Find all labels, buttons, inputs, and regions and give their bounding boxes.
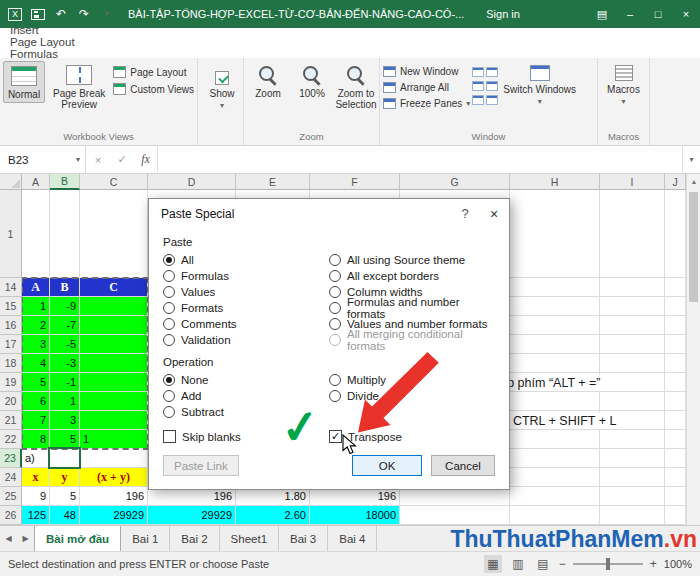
column-header-F[interactable]: F [310, 174, 400, 190]
grid-cell-I16[interactable] [600, 316, 665, 335]
grid-cell-I17[interactable] [600, 335, 665, 354]
grid-cell-H23[interactable] [510, 449, 600, 468]
column-header-A[interactable]: A [22, 174, 50, 190]
grid-cell-J26[interactable] [665, 506, 686, 525]
grid-cell-I22[interactable] [600, 430, 665, 449]
grid-cell-B21[interactable]: 3 [50, 411, 80, 430]
grid-cell-A14[interactable]: A [22, 278, 50, 297]
close-icon[interactable]: × [672, 0, 700, 28]
column-header-J[interactable]: J [665, 174, 686, 190]
grid-cell-H20[interactable] [510, 392, 600, 411]
status-normal-view-icon[interactable]: ▦ [484, 555, 502, 573]
zoom-to-selection-button[interactable]: Zoom to Selection [335, 61, 377, 112]
row-header-26[interactable]: 26 [0, 506, 22, 525]
sheet-tab-sheet1[interactable]: Sheet1 [220, 526, 279, 551]
dialog-help-icon[interactable]: ? [451, 206, 479, 221]
grid-cell-B15[interactable]: -9 [50, 297, 80, 316]
grid-cell-C19[interactable] [80, 373, 148, 392]
sheet-nav-left-icon[interactable]: ◀ [0, 526, 17, 551]
enter-entry-icon[interactable]: ✓ [110, 146, 134, 173]
switch-windows-button[interactable]: Switch Windows ▾ [500, 61, 579, 108]
column-header-D[interactable]: D [148, 174, 236, 190]
radio-formulas-and-number-formats[interactable]: Formulas and number formats [329, 301, 495, 314]
grid-cell-A19[interactable]: 5 [22, 373, 50, 392]
column-header-I[interactable]: I [600, 174, 665, 190]
grid-cell-F26[interactable]: 18000 [310, 506, 400, 525]
grid-cell-J22[interactable] [665, 430, 686, 449]
zoom-in-icon[interactable]: + [650, 557, 657, 571]
grid-cell-D26[interactable]: 29929 [148, 506, 236, 525]
grid-cell-B20[interactable]: 1 [50, 392, 80, 411]
grid-cell-I14[interactable] [600, 278, 665, 297]
restore-icon[interactable]: □ [644, 0, 672, 28]
column-header-E[interactable]: E [236, 174, 310, 190]
sign-in-button[interactable]: Sign in [486, 8, 520, 20]
grid-cell-J1[interactable] [665, 190, 686, 278]
zoom-out-icon[interactable]: − [559, 557, 566, 571]
grid-cell-I24[interactable] [600, 468, 665, 487]
grid-cell-C18[interactable] [80, 354, 148, 373]
grid-cell-A15[interactable]: 1 [22, 297, 50, 316]
dialog-close-icon[interactable]: × [479, 206, 509, 222]
grid-cell-J23[interactable] [665, 449, 686, 468]
formula-bar-expand-icon[interactable]: ▾ [682, 146, 700, 173]
row-header-14[interactable]: 14 [0, 278, 22, 297]
grid-cell-I26[interactable] [600, 506, 665, 525]
radio-formats[interactable]: Formats [163, 301, 329, 314]
page-layout-button[interactable]: Page Layout [113, 66, 194, 78]
row-header-24[interactable]: 24 [0, 468, 22, 487]
grid-cell-C17[interactable] [80, 335, 148, 354]
radio-validation[interactable]: Validation [163, 333, 329, 346]
grid-cell-A21[interactable]: 7 [22, 411, 50, 430]
zoom-100-button[interactable]: 100% [291, 61, 333, 101]
redo-icon[interactable]: ↷ [77, 6, 91, 22]
view-side-by-side-icon[interactable] [486, 67, 498, 77]
qat-dropdown-icon[interactable]: ▾ [100, 6, 114, 22]
grid-cell-J21[interactable] [665, 411, 686, 430]
name-box[interactable]: B23 ▾ [0, 146, 86, 173]
scroll-up-icon[interactable]: ▲ [687, 174, 700, 188]
sheet-nav-right-icon[interactable]: ▶ [17, 526, 34, 551]
new-window-button[interactable]: New Window [383, 66, 470, 77]
radio-values[interactable]: Values [163, 285, 329, 298]
formula-input[interactable] [158, 146, 682, 173]
grid-cell-C23[interactable] [80, 449, 148, 468]
grid-cell-H18[interactable] [510, 354, 600, 373]
grid-cell-I20[interactable] [600, 392, 665, 411]
status-page-layout-icon[interactable]: ▥ [509, 555, 527, 573]
grid-cell-J25[interactable] [665, 487, 686, 506]
vertical-scrollbar[interactable]: ▲ [686, 174, 700, 525]
zoom-button[interactable]: Zoom [247, 61, 289, 101]
grid-cell-A1[interactable] [22, 190, 50, 278]
sheet-tab-bai-1[interactable]: Bai 1 [121, 526, 170, 551]
grid-cell-A16[interactable]: 2 [22, 316, 50, 335]
sheet-tab-bai-2[interactable]: Bai 2 [170, 526, 219, 551]
zoom-percentage[interactable]: 100% [664, 558, 692, 570]
column-header-B[interactable]: B [50, 174, 80, 190]
column-header-H[interactable]: H [510, 174, 600, 190]
grid-cell-C25[interactable]: 196 [80, 487, 148, 506]
grid-cell-I25[interactable] [600, 487, 665, 506]
save-icon[interactable] [31, 9, 45, 20]
ribbon-display-options-icon[interactable]: ▤ [588, 0, 616, 28]
grid-cell-A24[interactable]: x [22, 468, 50, 487]
row-header-16[interactable]: 16 [0, 316, 22, 335]
hide-icon[interactable] [472, 81, 484, 91]
split-icon[interactable] [472, 67, 484, 77]
grid-cell-B16[interactable]: -7 [50, 316, 80, 335]
grid-cell-B26[interactable]: 48 [50, 506, 80, 525]
grid-cell-I1[interactable] [600, 190, 665, 278]
reset-window-position-icon[interactable] [486, 95, 498, 105]
grid-cell-J19[interactable] [665, 373, 686, 392]
sheet-tab-bai-4[interactable]: Bai 4 [328, 526, 377, 551]
grid-cell-I19[interactable] [600, 373, 665, 392]
page-break-preview-button[interactable]: Page Break Preview [47, 61, 111, 112]
grid-cell-H25[interactable] [510, 487, 600, 506]
arrange-all-button[interactable]: Arrange All [383, 82, 470, 93]
grid-cell-J15[interactable] [665, 297, 686, 316]
row-header-19[interactable]: 19 [0, 373, 22, 392]
status-page-break-icon[interactable]: ▤ [534, 555, 552, 573]
insert-function-icon[interactable]: fx [134, 146, 158, 173]
grid-cell-H15[interactable] [510, 297, 600, 316]
grid-cell-I15[interactable] [600, 297, 665, 316]
